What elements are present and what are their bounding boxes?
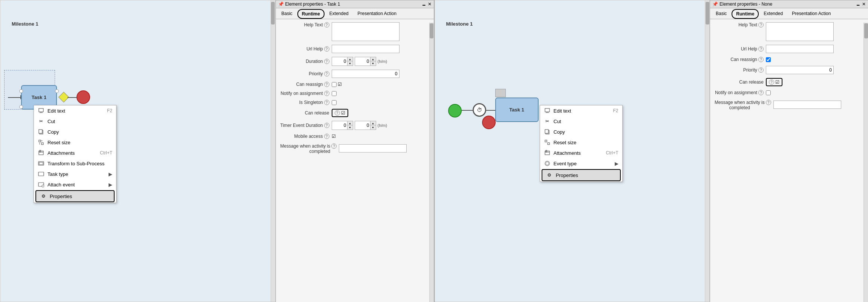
url-help-icon-right[interactable]: ? xyxy=(758,46,764,52)
left-panel: Milestone 1 Task 1 Edit text xyxy=(0,0,434,302)
tab-extended-left[interactable]: Extended xyxy=(325,9,353,19)
singleton-icon-left[interactable]: ? xyxy=(324,100,329,105)
timer-h-input-left[interactable] xyxy=(332,121,347,130)
duration-icon-left[interactable]: ? xyxy=(324,59,329,64)
task1-box-right[interactable]: Task 1 xyxy=(495,98,539,122)
priority-icon-left[interactable]: ? xyxy=(324,71,329,76)
left-context-menu: Edit text F2 ✂ Cut Copy Reset size xyxy=(34,105,116,203)
menu-cut[interactable]: ✂ Cut xyxy=(34,116,116,127)
right-menu-attachments[interactable]: Attachments Ctrl+T xyxy=(540,148,622,158)
edit-text-icon xyxy=(38,107,44,114)
can-release-label-left: Can release xyxy=(280,110,329,116)
menu-edit-text[interactable]: Edit text F2 xyxy=(34,105,116,116)
tab-presentation-right[interactable]: Presentation Action xyxy=(788,9,835,19)
help-text-icon-right[interactable]: ? xyxy=(758,22,764,27)
svg-rect-19 xyxy=(545,130,548,133)
props-scrollbar-left[interactable] xyxy=(429,23,434,302)
menu-transform[interactable]: Transform to Sub-Process xyxy=(34,158,116,169)
duration-m-up-left[interactable]: ▲ xyxy=(370,57,376,61)
props-scrollbar-right[interactable] xyxy=(863,23,868,302)
right-menu-cut-label: Cut xyxy=(554,119,561,124)
tab-basic-right[interactable]: Basic xyxy=(712,9,731,19)
priority-input-left[interactable] xyxy=(332,70,400,78)
help-text-row-right: Help Text ? xyxy=(715,22,863,41)
message-icon-left[interactable]: ? xyxy=(331,143,337,149)
menu-properties-label: Properties xyxy=(50,194,72,199)
can-reassign-checkbox-right[interactable] xyxy=(766,57,771,62)
help-text-input-left[interactable] xyxy=(332,22,400,41)
menu-attach-event[interactable]: Attach event ▶ xyxy=(34,179,116,190)
mobile-access-icon-left[interactable]: ? xyxy=(324,134,329,139)
timer-m-input-left[interactable] xyxy=(355,121,370,130)
duration-h-btns-left: ▲ ▼ xyxy=(347,57,353,66)
right-context-menu: Edit text F2 ✂ Cut Copy Reset size xyxy=(540,105,623,182)
can-release-icon-right[interactable]: ? xyxy=(769,79,774,85)
left-props-pin2[interactable]: 🗕 xyxy=(422,2,426,7)
help-text-row-left: Help Text ? xyxy=(280,22,429,41)
menu-copy[interactable]: Copy xyxy=(34,127,116,137)
tab-runtime-right[interactable]: Runtime xyxy=(732,9,759,19)
right-menu-event-type[interactable]: Event type ▶ xyxy=(540,158,622,169)
message-input-right[interactable] xyxy=(773,101,841,109)
can-release-bordered-left: ? ☑ xyxy=(332,109,348,117)
timer-m-down-left[interactable]: ▼ xyxy=(370,125,376,130)
tab-runtime-left[interactable]: Runtime xyxy=(297,9,325,19)
can-reassign-checkbox-left[interactable] xyxy=(332,82,337,87)
left-props-close[interactable]: ✕ xyxy=(428,2,432,7)
duration-h-up-left[interactable]: ▲ xyxy=(348,57,353,61)
priority-input-right[interactable] xyxy=(766,66,834,74)
right-menu-properties[interactable]: ⚙ Properties xyxy=(542,169,621,181)
url-help-icon-left[interactable]: ? xyxy=(324,46,329,52)
help-text-icon-left[interactable]: ? xyxy=(324,22,329,27)
menu-reset-size[interactable]: Reset size xyxy=(34,137,116,148)
duration-m-input-left[interactable] xyxy=(355,57,370,66)
timer-m-up-left[interactable]: ▲ xyxy=(370,121,376,125)
url-help-input-left[interactable] xyxy=(332,45,400,53)
url-help-input-right[interactable] xyxy=(766,45,834,53)
right-menu-edit-text[interactable]: Edit text F2 xyxy=(540,105,622,116)
url-help-row-left: Url Help ? xyxy=(280,45,429,53)
priority-icon-right[interactable]: ? xyxy=(758,67,764,73)
help-text-input-right[interactable] xyxy=(766,22,834,41)
tab-basic-left[interactable]: Basic xyxy=(277,9,297,19)
right-menu-copy[interactable]: Copy xyxy=(540,127,622,137)
right-props-pin2[interactable]: 🗕 xyxy=(856,2,860,7)
message-icon-right[interactable]: ? xyxy=(766,100,771,105)
notify-icon-left[interactable]: ? xyxy=(324,91,329,96)
right-canvas-scrollbar[interactable] xyxy=(705,0,709,302)
can-release-check-mark-right: ☑ xyxy=(775,79,779,85)
right-props-pin[interactable]: 📌 xyxy=(712,2,718,7)
task1-label: Task 1 xyxy=(32,95,47,100)
notify-checkbox-left[interactable] xyxy=(332,91,337,96)
right-props-close[interactable]: ✕ xyxy=(862,2,866,7)
timer-duration-row-left: Timer Event Duration ? ▲ ▼ ▲ xyxy=(280,121,429,130)
attachments-icon xyxy=(38,149,44,156)
task-connector-tl xyxy=(19,89,23,93)
canvas-scrollbar[interactable] xyxy=(271,0,275,302)
can-reassign-icon-left[interactable]: ? xyxy=(324,82,329,87)
notify-checkbox-right[interactable] xyxy=(766,90,771,95)
duration-h-down-left[interactable]: ▼ xyxy=(348,61,353,66)
message-input-left[interactable] xyxy=(339,144,407,153)
menu-attachments[interactable]: Attachments Ctrl+T xyxy=(34,148,116,158)
task-connector-tr xyxy=(55,89,59,93)
right-menu-cut[interactable]: ✂ Cut xyxy=(540,116,622,127)
tab-presentation-left[interactable]: Presentation Action xyxy=(354,9,401,19)
duration-h-input-left[interactable] xyxy=(332,57,347,66)
timer-h-up-left[interactable]: ▲ xyxy=(348,121,353,125)
menu-task-type[interactable]: Task type ▶ xyxy=(34,169,116,179)
singleton-checkbox-left[interactable] xyxy=(332,100,337,105)
right-menu-reset-size[interactable]: Reset size xyxy=(540,137,622,148)
duration-m-down-left[interactable]: ▼ xyxy=(370,61,376,66)
timer-duration-icon-left[interactable]: ? xyxy=(324,123,329,128)
can-reassign-icon-right[interactable]: ? xyxy=(758,57,764,62)
tab-extended-right[interactable]: Extended xyxy=(759,9,787,19)
menu-properties[interactable]: ⚙ Properties xyxy=(35,190,115,202)
right-menu-edit-text-shortcut: F2 xyxy=(613,108,618,113)
left-props-pin[interactable]: 📌 xyxy=(278,2,284,7)
svg-rect-20 xyxy=(545,140,547,142)
can-release-icon-left[interactable]: ? xyxy=(335,110,340,116)
notify-icon-right[interactable]: ? xyxy=(758,90,764,95)
timer-h-down-left[interactable]: ▼ xyxy=(348,125,353,130)
start-event-circle xyxy=(448,104,462,117)
